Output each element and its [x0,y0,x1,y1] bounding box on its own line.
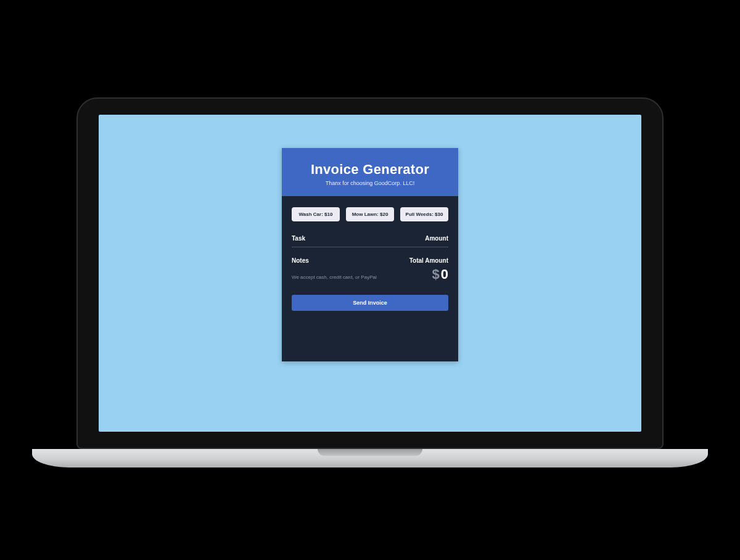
laptop-screen: Invoice Generator Thanx for choosing Goo… [99,115,641,432]
notes-text: We accept cash, credit card, or PayPal [292,274,377,280]
chip-mow-lawn[interactable]: Mow Lawn: $20 [346,207,394,221]
invoice-card: Invoice Generator Thanx for choosing Goo… [282,148,458,361]
laptop-shadow [68,467,672,492]
currency-symbol: $ [432,266,440,282]
total-value: 0 [441,266,448,282]
laptop-lid: Invoice Generator Thanx for choosing Goo… [76,97,664,449]
total-amount: $0 [432,266,449,282]
page-subtitle: Thanx for choosing GoodCorp. LLC! [290,180,450,186]
card-header: Invoice Generator Thanx for choosing Goo… [282,148,458,196]
chip-wash-car[interactable]: Wash Car: $10 [292,207,340,221]
send-invoice-button[interactable]: Send Invoice [292,295,448,311]
task-chips: Wash Car: $10 Mow Lawn: $20 Pull Weeds: … [292,207,448,221]
totals-block: Notes Total Amount We accept cash, credi… [292,257,448,282]
total-label: Total Amount [409,257,448,264]
column-header-amount: Amount [425,235,448,242]
notes-label: Notes [292,257,309,264]
page-title: Invoice Generator [290,162,450,178]
laptop-mockup: Invoice Generator Thanx for choosing Goo… [76,97,664,467]
card-body: Wash Car: $10 Mow Lawn: $20 Pull Weeds: … [282,196,458,361]
laptop-base [32,449,708,467]
table-header-row: Task Amount [292,235,448,247]
chip-pull-weeds[interactable]: Pull Weeds: $30 [400,207,448,221]
column-header-task: Task [292,235,305,242]
